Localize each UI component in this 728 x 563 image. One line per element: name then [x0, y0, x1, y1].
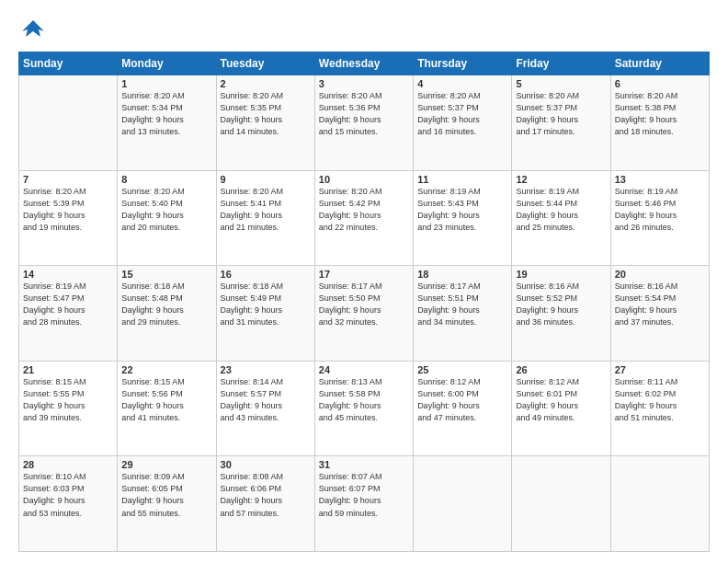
day-number: 5	[516, 78, 606, 89]
day-info: Sunrise: 8:13 AM Sunset: 5:58 PM Dayligh…	[319, 376, 409, 424]
day-number: 4	[417, 78, 507, 89]
day-info: Sunrise: 8:16 AM Sunset: 5:54 PM Dayligh…	[615, 281, 705, 328]
week-row-4: 21Sunrise: 8:15 AM Sunset: 5:55 PM Dayli…	[19, 361, 710, 456]
day-info: Sunrise: 8:20 AM Sunset: 5:36 PM Dayligh…	[319, 90, 409, 138]
calendar-cell: 29Sunrise: 8:09 AM Sunset: 6:05 PM Dayli…	[118, 456, 216, 552]
day-info: Sunrise: 8:19 AM Sunset: 5:43 PM Dayligh…	[417, 186, 507, 234]
day-number: 12	[516, 174, 606, 185]
calendar-cell: 5Sunrise: 8:20 AM Sunset: 5:37 PM Daylig…	[512, 75, 610, 171]
col-header-sunday: Sunday	[19, 52, 118, 75]
day-number: 28	[23, 459, 113, 470]
calendar-cell: 27Sunrise: 8:11 AM Sunset: 6:02 PM Dayli…	[610, 361, 709, 456]
day-number: 21	[23, 364, 113, 375]
calendar-cell: 26Sunrise: 8:12 AM Sunset: 6:01 PM Dayli…	[512, 361, 610, 456]
week-row-3: 14Sunrise: 8:19 AM Sunset: 5:47 PM Dayli…	[19, 266, 710, 362]
col-header-wednesday: Wednesday	[314, 52, 413, 75]
day-number: 10	[319, 174, 409, 185]
svg-marker-0	[22, 20, 44, 37]
calendar-cell: 21Sunrise: 8:15 AM Sunset: 5:55 PM Dayli…	[19, 361, 118, 456]
col-header-tuesday: Tuesday	[216, 52, 314, 75]
day-info: Sunrise: 8:20 AM Sunset: 5:39 PM Dayligh…	[23, 186, 113, 234]
day-number: 26	[516, 364, 606, 375]
calendar-cell: 31Sunrise: 8:07 AM Sunset: 6:07 PM Dayli…	[314, 456, 413, 552]
calendar-cell: 18Sunrise: 8:17 AM Sunset: 5:51 PM Dayli…	[414, 266, 512, 362]
day-number: 7	[23, 174, 113, 185]
calendar-cell: 10Sunrise: 8:20 AM Sunset: 5:42 PM Dayli…	[314, 170, 413, 266]
calendar-cell	[610, 456, 709, 552]
day-number: 17	[319, 269, 409, 280]
calendar-cell: 2Sunrise: 8:20 AM Sunset: 5:35 PM Daylig…	[216, 75, 314, 171]
calendar-cell: 1Sunrise: 8:20 AM Sunset: 5:34 PM Daylig…	[118, 75, 216, 171]
day-info: Sunrise: 8:12 AM Sunset: 6:01 PM Dayligh…	[516, 376, 606, 424]
day-number: 2	[221, 78, 311, 89]
calendar-cell: 8Sunrise: 8:20 AM Sunset: 5:40 PM Daylig…	[118, 170, 216, 266]
calendar-cell	[414, 456, 512, 552]
day-info: Sunrise: 8:07 AM Sunset: 6:07 PM Dayligh…	[319, 471, 409, 519]
calendar-cell	[512, 456, 610, 552]
day-info: Sunrise: 8:19 AM Sunset: 5:47 PM Dayligh…	[23, 281, 113, 328]
calendar-cell: 6Sunrise: 8:20 AM Sunset: 5:38 PM Daylig…	[610, 75, 709, 171]
day-info: Sunrise: 8:20 AM Sunset: 5:40 PM Dayligh…	[121, 186, 211, 234]
col-header-saturday: Saturday	[610, 52, 709, 75]
day-info: Sunrise: 8:20 AM Sunset: 5:38 PM Dayligh…	[615, 90, 705, 138]
day-number: 1	[121, 78, 211, 89]
calendar-cell: 4Sunrise: 8:20 AM Sunset: 5:37 PM Daylig…	[414, 75, 512, 171]
day-number: 23	[221, 364, 311, 375]
day-number: 14	[23, 269, 113, 280]
calendar-cell	[19, 75, 118, 171]
day-number: 29	[121, 459, 211, 470]
day-info: Sunrise: 8:10 AM Sunset: 6:03 PM Dayligh…	[23, 471, 113, 519]
calendar-cell: 17Sunrise: 8:17 AM Sunset: 5:50 PM Dayli…	[314, 266, 413, 362]
calendar-cell: 23Sunrise: 8:14 AM Sunset: 5:57 PM Dayli…	[216, 361, 314, 456]
day-number: 13	[615, 174, 705, 185]
col-header-friday: Friday	[512, 52, 610, 75]
day-info: Sunrise: 8:15 AM Sunset: 5:55 PM Dayligh…	[23, 376, 113, 424]
day-number: 19	[516, 269, 606, 280]
day-info: Sunrise: 8:20 AM Sunset: 5:34 PM Dayligh…	[121, 90, 211, 138]
col-header-monday: Monday	[118, 52, 216, 75]
calendar-cell: 16Sunrise: 8:18 AM Sunset: 5:49 PM Dayli…	[216, 266, 314, 362]
day-info: Sunrise: 8:20 AM Sunset: 5:37 PM Dayligh…	[417, 90, 507, 138]
calendar-cell: 13Sunrise: 8:19 AM Sunset: 5:46 PM Dayli…	[610, 170, 709, 266]
calendar-cell: 28Sunrise: 8:10 AM Sunset: 6:03 PM Dayli…	[19, 456, 118, 552]
day-number: 25	[417, 364, 507, 375]
day-info: Sunrise: 8:11 AM Sunset: 6:02 PM Dayligh…	[615, 376, 705, 424]
calendar-cell: 20Sunrise: 8:16 AM Sunset: 5:54 PM Dayli…	[610, 266, 709, 362]
day-number: 11	[417, 174, 507, 185]
calendar-cell: 22Sunrise: 8:15 AM Sunset: 5:56 PM Dayli…	[118, 361, 216, 456]
day-info: Sunrise: 8:20 AM Sunset: 5:35 PM Dayligh…	[221, 90, 311, 138]
day-info: Sunrise: 8:20 AM Sunset: 5:37 PM Dayligh…	[516, 90, 606, 138]
day-info: Sunrise: 8:16 AM Sunset: 5:52 PM Dayligh…	[516, 281, 606, 328]
day-info: Sunrise: 8:17 AM Sunset: 5:51 PM Dayligh…	[417, 281, 507, 328]
logo-bird-icon	[20, 17, 46, 42]
day-number: 3	[319, 78, 409, 89]
day-number: 31	[319, 459, 409, 470]
day-info: Sunrise: 8:09 AM Sunset: 6:05 PM Dayligh…	[121, 471, 211, 519]
day-info: Sunrise: 8:20 AM Sunset: 5:41 PM Dayligh…	[221, 186, 311, 234]
day-info: Sunrise: 8:08 AM Sunset: 6:06 PM Dayligh…	[221, 471, 311, 519]
day-number: 18	[417, 269, 507, 280]
day-info: Sunrise: 8:15 AM Sunset: 5:56 PM Dayligh…	[121, 376, 211, 424]
col-header-thursday: Thursday	[414, 52, 512, 75]
calendar-table: SundayMondayTuesdayWednesdayThursdayFrid…	[18, 52, 710, 552]
calendar-cell: 11Sunrise: 8:19 AM Sunset: 5:43 PM Dayli…	[414, 170, 512, 266]
day-info: Sunrise: 8:12 AM Sunset: 6:00 PM Dayligh…	[417, 376, 507, 424]
week-row-1: 1Sunrise: 8:20 AM Sunset: 5:34 PM Daylig…	[19, 75, 710, 171]
day-info: Sunrise: 8:18 AM Sunset: 5:48 PM Dayligh…	[121, 281, 211, 328]
day-info: Sunrise: 8:19 AM Sunset: 5:44 PM Dayligh…	[516, 186, 606, 234]
day-number: 16	[221, 269, 311, 280]
calendar-cell: 24Sunrise: 8:13 AM Sunset: 5:58 PM Dayli…	[314, 361, 413, 456]
day-number: 22	[121, 364, 211, 375]
calendar-cell: 25Sunrise: 8:12 AM Sunset: 6:00 PM Dayli…	[414, 361, 512, 456]
day-info: Sunrise: 8:18 AM Sunset: 5:49 PM Dayligh…	[221, 281, 311, 328]
day-number: 27	[615, 364, 705, 375]
calendar-header-row: SundayMondayTuesdayWednesdayThursdayFrid…	[19, 52, 710, 75]
calendar-cell: 19Sunrise: 8:16 AM Sunset: 5:52 PM Dayli…	[512, 266, 610, 362]
day-number: 8	[121, 174, 211, 185]
calendar-cell: 30Sunrise: 8:08 AM Sunset: 6:06 PM Dayli…	[216, 456, 314, 552]
calendar-cell: 14Sunrise: 8:19 AM Sunset: 5:47 PM Dayli…	[19, 266, 118, 362]
calendar-cell: 12Sunrise: 8:19 AM Sunset: 5:44 PM Dayli…	[512, 170, 610, 266]
calendar-cell: 7Sunrise: 8:20 AM Sunset: 5:39 PM Daylig…	[19, 170, 118, 266]
day-number: 6	[615, 78, 705, 89]
week-row-2: 7Sunrise: 8:20 AM Sunset: 5:39 PM Daylig…	[19, 170, 710, 266]
